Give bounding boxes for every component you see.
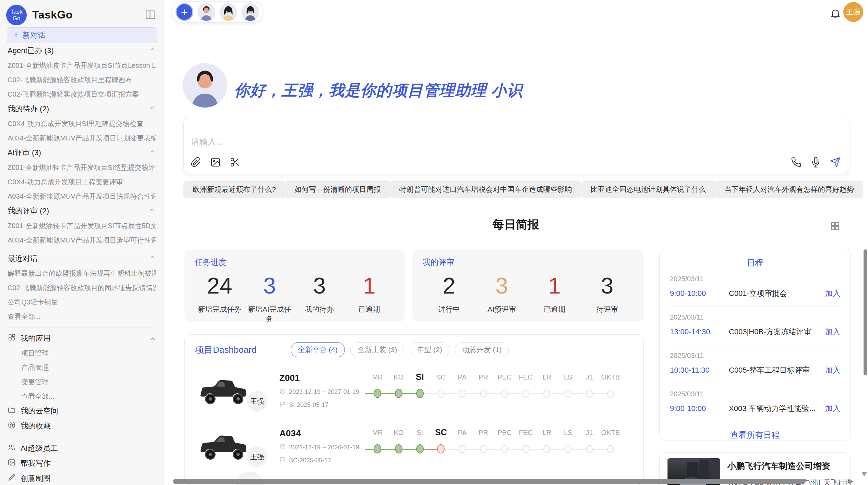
sidebar-item[interactable]: C02-飞腾新能源轻客改款项目立项汇报方案	[8, 87, 156, 101]
recent-chat-item[interactable]: 公司Q3轻卡销量	[8, 295, 156, 309]
stat-item: 3我的待办	[294, 272, 345, 324]
dashboard-filters: 全新平台 (4)全新上装 (3)年型 (2)动总开发 (1)	[291, 342, 509, 357]
suggestion-chip[interactable]: 特朗普可能对进口汽车增税会对中国车企造成哪些影响	[390, 181, 581, 198]
flag-icon	[279, 401, 286, 409]
stat-label: 待评审	[581, 304, 634, 314]
sidebar-item-creative-drawing[interactable]: 创意制图	[8, 471, 156, 485]
scissors-icon[interactable]	[230, 157, 240, 167]
suggestion-chip[interactable]: 比亚迪全固态电池计划具体说了什么	[581, 181, 715, 198]
sidebar-item[interactable]: Z001-全新燃油轻卡产品开发项目SI节点属性5D文件评审	[8, 219, 156, 233]
dashboard-filter-chip[interactable]: 全新上装 (3)	[350, 342, 405, 357]
milestone-dot	[416, 389, 424, 398]
vertical-scrollbar[interactable]	[864, 249, 867, 375]
sidebar-item[interactable]: A034-全新新能源MUV产品开发项目法规符合性评审	[8, 189, 156, 203]
schedule-event: 2025/03/1110:30-11:30C005-整车工程目标评审加入	[669, 345, 841, 383]
sidebar-section-header[interactable]: 最近对话	[8, 251, 156, 266]
stat-item: 2进行中	[423, 272, 475, 314]
sidebar-collapse-icon[interactable]	[145, 9, 156, 21]
session-avatar[interactable]	[197, 3, 215, 21]
sidebar-item[interactable]: A034-全新新能源MUV产品开发项目造型可行性评审	[8, 233, 156, 247]
session-avatar[interactable]	[241, 3, 259, 21]
recent-chat-item[interactable]: 解释最新出台的欧盟报废车法规再生塑料比例被调至15%...	[8, 266, 156, 281]
sidebar-item[interactable]: C0X4-动力总成开发项目SI里程碑提交物检查	[8, 116, 156, 131]
join-link[interactable]: 加入	[825, 403, 840, 414]
view-all-schedule-link[interactable]: 查看所有日程	[669, 430, 841, 440]
app-sub-item[interactable]: 项目管理	[8, 346, 156, 360]
image-icon[interactable]	[210, 157, 221, 167]
project-row: 王强A0342023-12-19 ~ 2026-01-19SC-2025-05-…	[195, 424, 633, 468]
scroll-down-arrow-icon[interactable]	[861, 472, 867, 476]
project-info: Z0012023-12-19 ~ 2027-01-19SI-2025-05-17	[279, 373, 365, 409]
user-avatar[interactable]: 王强	[843, 2, 863, 22]
sidebar-section-header[interactable]: AI评审 (3)	[8, 145, 156, 160]
schedule-event: 2025/03/1113:00-14:30C003|H0B-方案冻结评审加入	[669, 307, 841, 345]
sidebar-item-ai-super-staff[interactable]: AI超级员工	[8, 441, 156, 456]
suggestion-chip[interactable]: 欧洲新规最近颁布了什么?	[183, 181, 285, 198]
layout-grid-icon[interactable]	[830, 221, 841, 232]
dashboard-title: 项目Dashboard	[195, 344, 256, 356]
event-row: 9:00-10:00C001-立项审批会加入	[670, 288, 840, 299]
sidebar-section-header[interactable]: 我的待办 (2)	[8, 101, 156, 116]
phone-icon[interactable]	[791, 157, 801, 167]
join-link[interactable]: 加入	[825, 327, 840, 337]
image-icon	[8, 458, 16, 469]
stat-item: 3待评审	[581, 272, 634, 314]
sidebar-item[interactable]: Z001-全新燃油皮卡产品开发项目SI节点Lesson Learn报告	[8, 58, 156, 73]
view-all-chats-link[interactable]: 查看全部...	[8, 309, 156, 324]
sidebar-row-label: 我的云空间	[21, 406, 156, 416]
sidebar-item-my-apps[interactable]: 我的应用	[8, 331, 156, 346]
dashboard-filter-chip[interactable]: 全新平台 (4)	[291, 342, 345, 357]
stat-value: 3	[245, 272, 295, 299]
session-avatar[interactable]	[219, 3, 237, 21]
stat-item: 1已逾期	[345, 272, 395, 324]
view-all-apps-link[interactable]: 查看全部...	[8, 389, 156, 403]
stat-label: 进行中	[423, 304, 475, 314]
sidebar-item-favorites[interactable]: 我的收藏	[8, 419, 156, 434]
sidebar: Task Go TaskGo + 新对话 Agent已办 (3)Z001-全新燃…	[0, 0, 164, 485]
sidebar-item[interactable]: A034-全新新能源MUV产品开发项目计划变更表编写	[8, 131, 156, 145]
send-icon[interactable]	[830, 157, 841, 167]
app-sub-item[interactable]: 产品管理	[8, 360, 156, 375]
sidebar-section-header[interactable]: Agent已办 (3)	[8, 43, 156, 58]
daily-briefing-title: 每日简报	[164, 217, 868, 233]
microphone-icon[interactable]	[810, 157, 821, 167]
notification-bell-icon[interactable]	[830, 8, 841, 19]
event-date: 2025/03/11	[670, 352, 840, 360]
sidebar-item[interactable]: Z001-全新燃油轻卡产品开发项目SI造型提交物评审	[8, 160, 156, 175]
paperclip-icon[interactable]	[191, 157, 201, 167]
suggestion-chip[interactable]: 当下年轻人对汽车外观有怎样的喜好趋势	[715, 181, 863, 198]
dashboard-filter-chip[interactable]: 动总开发 (1)	[455, 342, 509, 357]
sidebar-section-header[interactable]: 我的评审 (2)	[8, 203, 156, 219]
sidebar-item[interactable]: C0X4-动力总成开发项目工程变更评审	[8, 175, 156, 189]
new-session-button[interactable]: +	[176, 3, 193, 21]
milestone-line-completed	[365, 393, 420, 394]
sidebar-item[interactable]: C02-飞腾新能源轻客改款项目里程碑画布	[8, 73, 156, 87]
dashboard-filter-chip[interactable]: 年型 (2)	[410, 342, 449, 357]
milestone-dot	[395, 389, 402, 398]
milestone-dot	[480, 389, 487, 398]
schedule-card: 日程 2025/03/119:00-10:00C001-立项审批会加入2025/…	[659, 248, 851, 440]
stat-item: 3新增AI完成任务	[245, 272, 295, 324]
chevron-up-icon	[149, 207, 156, 215]
recent-chat-item[interactable]: C02-飞腾新能源轻客改款项目的闭环通告反馈情况	[8, 281, 156, 295]
sidebar-item-cloud-space[interactable]: 我的云空间	[8, 403, 156, 419]
sidebar-item-help-me-write[interactable]: 帮我写作	[8, 456, 156, 471]
horizontal-scrollbar[interactable]	[173, 479, 806, 484]
schedule-title: 日程	[669, 257, 841, 268]
join-link[interactable]: 加入	[825, 365, 840, 375]
scroll-right-arrow-icon[interactable]	[849, 479, 854, 484]
main-content: + 王强 你好，王强，我是你的项目管理助理 小识	[164, 0, 868, 485]
stat-label: 已逾期	[345, 304, 395, 314]
flag-icon	[279, 457, 286, 465]
new-chat-button[interactable]: + 新对话	[7, 27, 157, 43]
suggestion-chip[interactable]: 如何写一份清晰的项目周报	[285, 181, 390, 198]
join-link[interactable]: 加入	[825, 288, 840, 299]
project-flag-date: SC-2025-05-17	[279, 457, 365, 465]
message-input[interactable]	[184, 117, 849, 151]
project-car-image: 王强	[195, 429, 253, 463]
milestone-dot	[543, 445, 550, 453]
app-sub-item[interactable]: 变更管理	[8, 375, 156, 389]
milestone-dot	[374, 444, 381, 453]
new-chat-label: 新对话	[23, 30, 45, 40]
topbar-session-pill: +	[172, 1, 263, 23]
